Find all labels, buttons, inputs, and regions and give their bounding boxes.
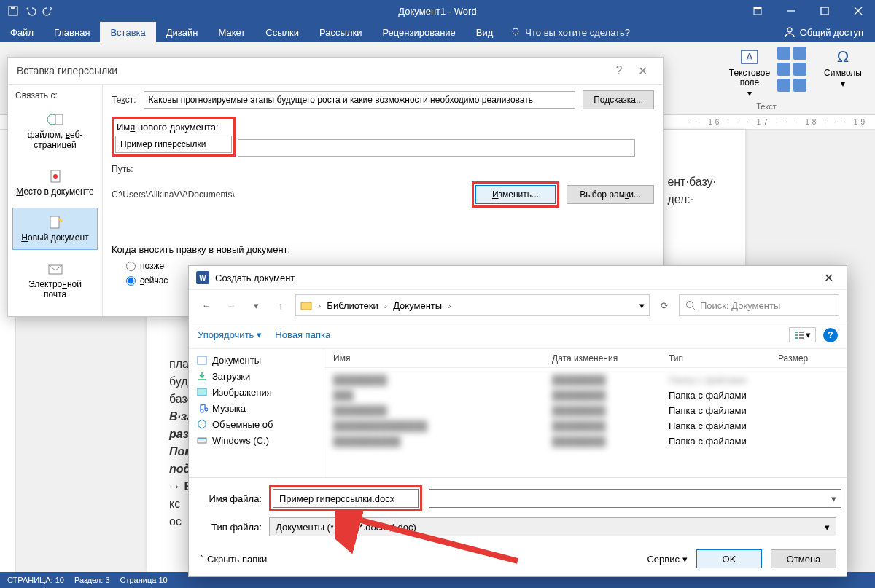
svg-line-34 [350,517,518,561]
tree-pictures[interactable]: Изображения [195,384,318,400]
redo-icon[interactable] [42,5,54,17]
col-name[interactable]: Имя [333,353,552,364]
list-item[interactable]: ██████████████████████Папка с файлами [333,418,838,434]
save-icon[interactable] [7,5,19,17]
tab-layout[interactable]: Макет [208,22,255,42]
filename-input[interactable] [273,489,419,508]
tree-cdrive[interactable]: Windows (C:) [195,432,318,448]
tree-3d[interactable]: Объемные об [195,416,318,432]
svg-rect-26 [799,332,804,333]
ok-button[interactable]: OK [696,549,762,568]
list-item[interactable]: ███████████Папка с файлами [333,388,838,403]
group-symbols-caption [841,92,844,101]
frame-button[interactable]: Выбор рамки... [567,185,654,204]
col-date[interactable]: Дата изменения [552,353,669,364]
tooltip-button[interactable]: Подсказка... [583,90,654,109]
close-icon[interactable]: ✕ [631,64,654,78]
share-label: Общий доступ [800,27,863,38]
close-icon[interactable] [841,0,875,22]
refresh-icon[interactable]: ⟳ [654,295,674,315]
textbox-button[interactable]: A Текстовое поле ▾ [726,47,773,99]
chevron-up-icon: ˄ [199,554,204,565]
share-button[interactable]: Общий доступ [772,22,875,42]
symbols-button[interactable]: Ω Символы ▾ [820,47,866,89]
radio-later-label: позже [140,261,164,271]
status-section[interactable]: Раздел: 3 [74,576,110,584]
close-icon[interactable]: ✕ [817,271,839,285]
ribbon-tabs: Файл Главная Вставка Дизайн Макет Ссылки… [0,22,875,42]
search-input[interactable]: Поиск: Документы [679,294,839,316]
chevron-down-icon: ▾ [682,554,688,565]
tab-references[interactable]: Ссылки [255,22,309,42]
chevron-down-icon[interactable]: ▾ [639,300,645,311]
svg-rect-1 [11,7,15,9]
tree-documents[interactable]: Документы [195,352,318,368]
new-folder-button[interactable]: Новая папка [275,329,330,340]
ribbon-options-icon[interactable] [741,0,774,22]
undo-icon[interactable] [25,5,36,17]
cancel-button[interactable]: Отмена [771,549,836,568]
linkto-file-web[interactable]: файлом, веб-страницей [12,105,98,157]
tab-view[interactable]: Вид [466,22,504,42]
forward-icon[interactable]: → [221,295,241,315]
hide-folders-button[interactable]: ˄ Скрыть папки [199,554,267,565]
svg-rect-31 [198,388,206,396]
minimize-icon[interactable] [774,0,808,22]
col-type[interactable]: Тип [669,353,778,364]
link-to-label: Связать с: [12,90,98,101]
file-list[interactable]: Имя Дата изменения Тип Размер ██████████… [324,349,847,477]
tab-mailings[interactable]: Рассылки [309,22,372,42]
maximize-icon[interactable] [808,0,841,22]
dialog-title: Вставка гиперссылки [17,65,117,77]
up-icon[interactable]: ↑ [271,295,291,315]
col-size[interactable]: Размер [778,353,817,364]
tab-file[interactable]: Файл [0,22,44,42]
change-button[interactable]: Изменить... [475,185,556,204]
linkto-newdoc-label: Новый документ [21,232,88,243]
svg-text:Ω: Ω [837,47,849,66]
view-mode-button[interactable]: ▾ [789,327,816,342]
status-pageof[interactable]: Страница 10 [120,576,168,584]
email-icon [47,261,64,277]
help-icon[interactable]: ? [607,64,631,77]
list-item[interactable]: ████████████████Папка с файлами [333,403,838,418]
newdoc-name-input-right[interactable] [238,139,635,157]
crumb-libraries[interactable]: Библиотеки [327,300,378,311]
linkto-place[interactable]: Место в документе [12,162,98,203]
person-icon [784,26,796,38]
recent-icon[interactable]: ▾ [246,295,266,315]
help-icon[interactable]: ? [823,328,838,342]
tree-music[interactable]: Музыка [195,400,318,416]
tab-review[interactable]: Рецензирование [372,22,465,42]
chevron-down-icon: ▾ [825,522,830,533]
folder-icon [300,299,312,311]
tab-design[interactable]: Дизайн [156,22,209,42]
service-button[interactable]: Сервис ▾ [647,554,688,565]
chevron-down-icon[interactable]: ▾ [831,493,836,504]
svg-rect-24 [795,334,798,336]
textbox-icon: A [739,47,760,67]
status-page[interactable]: СТРАНИЦА: 10 [7,576,64,584]
linkto-email[interactable]: Электронной почта [12,254,98,307]
tab-insert[interactable]: Вставка [100,22,155,42]
tab-home[interactable]: Главная [44,22,100,42]
display-text-input[interactable] [144,91,576,109]
breadcrumb[interactable]: › Библиотеки › Документы › ▾ [295,294,650,316]
back-icon[interactable]: ← [196,295,217,315]
filename-input-ext[interactable] [429,489,841,508]
tell-me[interactable]: Что вы хотите сделать? [503,22,637,42]
crumb-documents[interactable]: Документы [393,300,442,311]
radio-now-label: сейчас [140,275,168,286]
svg-point-8 [513,28,518,34]
save-nav: ← → ▾ ↑ › Библиотеки › Документы › ▾ ⟳ П… [189,289,847,321]
list-item[interactable]: ████████████████Папка с файлами [333,372,838,388]
linkto-newdoc[interactable]: Новый документ [12,208,98,249]
folder-tree[interactable]: Документы Загрузки Изображения Музыка Об… [189,349,324,477]
newdoc-name-input-left[interactable] [115,136,232,153]
filename-label: Имя файла: [199,493,262,504]
bulb-icon [510,27,521,37]
text-mini-buttons[interactable] [777,47,806,92]
list-item[interactable]: ██████████████████Папка с файлами [333,434,838,449]
organize-button[interactable]: Упорядочить ▾ [198,329,262,340]
tree-downloads[interactable]: Загрузки [195,368,318,384]
